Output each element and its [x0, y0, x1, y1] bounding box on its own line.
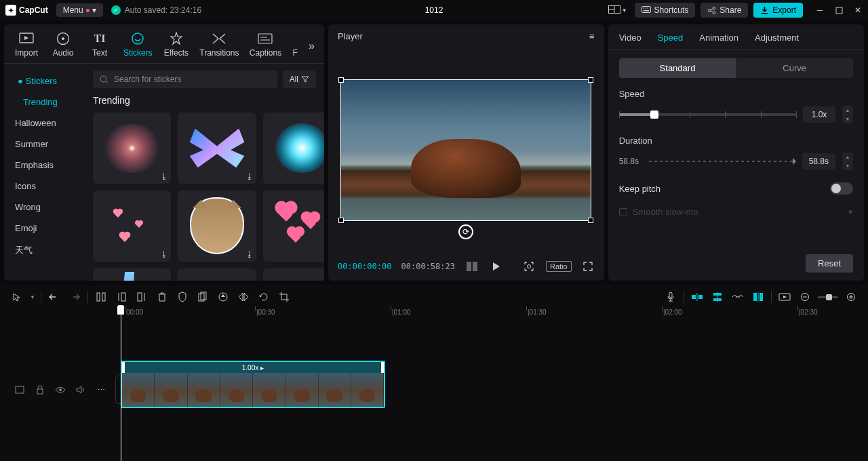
resize-handle-br[interactable]: [588, 218, 593, 223]
category-summer[interactable]: Summer: [4, 134, 89, 155]
speed-slider-thumb[interactable]: [650, 111, 658, 119]
resize-handle-tl[interactable]: [338, 77, 344, 83]
prop-tab-animation[interactable]: Animation: [699, 33, 738, 43]
snapshot-button[interactable]: [521, 259, 536, 274]
download-icon: ⭳: [245, 172, 254, 181]
link-button[interactable]: [730, 289, 745, 304]
layout-button[interactable]: ▼: [606, 3, 629, 17]
rotate-handle[interactable]: ⟳: [458, 224, 473, 239]
reset-button[interactable]: Reset: [806, 254, 853, 273]
timeline-ruler[interactable]: 00:00 |00:30 |01:00 |01:30 |02:00 |02:30: [121, 306, 863, 321]
tab-filters[interactable]: F: [288, 28, 302, 63]
undo-button[interactable]: [47, 289, 62, 304]
snap-track-button[interactable]: [710, 289, 725, 304]
menu-button[interactable]: Menu ▾: [56, 3, 103, 17]
subtab-curve[interactable]: Curve: [736, 58, 853, 78]
trim-right-button[interactable]: [134, 289, 149, 304]
track-visible-button[interactable]: [53, 382, 68, 397]
prop-tab-adjustment[interactable]: Adjustment: [755, 33, 799, 43]
subtab-standard[interactable]: Standard: [619, 58, 736, 78]
minimize-button[interactable]: ─: [815, 5, 825, 15]
mic-button[interactable]: [663, 289, 678, 304]
category-icons[interactable]: Icons: [4, 176, 89, 197]
track-lock-button[interactable]: [33, 382, 47, 397]
compare-button[interactable]: [465, 260, 479, 273]
crop-button[interactable]: [277, 289, 292, 304]
player-canvas[interactable]: ⟳: [340, 79, 591, 220]
category-wrong[interactable]: Wrong: [4, 197, 89, 218]
fullscreen-button[interactable]: [581, 260, 595, 273]
select-tool[interactable]: [9, 289, 24, 304]
category-stickers-root[interactable]: ● Stickers: [4, 71, 89, 92]
sticker-search-input[interactable]: Search for stickers: [93, 71, 277, 88]
split-button[interactable]: [94, 289, 108, 304]
sticker-butterfly[interactable]: ⭳: [178, 113, 256, 184]
close-button[interactable]: ✕: [853, 5, 863, 15]
sticker-firework[interactable]: ⭳: [93, 113, 171, 184]
category-emoji[interactable]: Emoji: [4, 218, 89, 239]
align-button[interactable]: [751, 289, 766, 304]
reverse-button[interactable]: [216, 289, 231, 304]
svg-point-10: [713, 12, 715, 14]
category-weather[interactable]: 天气: [4, 239, 89, 262]
speed-stepper[interactable]: ▲▼: [842, 106, 853, 123]
speed-slider[interactable]: [619, 113, 796, 116]
duration-stepper[interactable]: ▲▼: [842, 153, 853, 170]
category-trending[interactable]: Trending: [4, 92, 89, 113]
preview-track-button[interactable]: [777, 289, 792, 304]
sticker-cat[interactable]: ⭳: [178, 191, 256, 262]
tracks-area[interactable]: 1.00x▸: [121, 321, 863, 458]
trim-left-button[interactable]: [114, 289, 129, 304]
delete-button[interactable]: [155, 289, 170, 304]
tab-captions[interactable]: Captions: [245, 28, 285, 63]
share-button[interactable]: Share: [701, 3, 748, 18]
track-mute-button[interactable]: [73, 382, 88, 397]
tab-audio[interactable]: Audio: [46, 28, 80, 63]
shortcuts-button[interactable]: Shortcuts: [635, 3, 696, 18]
sticker-checkmark[interactable]: ✓: [263, 268, 324, 281]
prop-tab-speed[interactable]: Speed: [658, 33, 684, 43]
tab-transitions[interactable]: Transitions: [196, 28, 243, 63]
playhead[interactable]: [121, 306, 121, 461]
rotate-button[interactable]: [256, 289, 271, 304]
video-clip[interactable]: 1.00x▸: [121, 361, 385, 408]
svg-rect-23: [467, 262, 471, 271]
tab-text[interactable]: TIText: [83, 28, 117, 63]
player-menu-button[interactable]: ≡: [589, 31, 595, 41]
tab-import[interactable]: Import: [9, 28, 43, 63]
zoom-slider[interactable]: [818, 296, 838, 298]
resize-handle-bl[interactable]: [338, 218, 344, 223]
category-emphasis[interactable]: Emphasis: [4, 155, 89, 176]
audio-icon: [56, 31, 71, 46]
more-tabs-button[interactable]: »: [304, 36, 319, 56]
mirror-button[interactable]: [236, 289, 251, 304]
sticker-lightning[interactable]: [93, 268, 171, 281]
zoom-in-button[interactable]: [844, 289, 859, 304]
keep-pitch-toggle[interactable]: [830, 182, 853, 195]
redo-button[interactable]: [67, 289, 82, 304]
speed-value[interactable]: 1.0x: [803, 106, 835, 123]
ratio-button[interactable]: Ratio: [546, 261, 572, 272]
maximize-button[interactable]: [834, 5, 844, 15]
category-halloween[interactable]: Halloween: [4, 113, 89, 134]
copy-button[interactable]: [195, 289, 210, 304]
svg-line-11: [711, 8, 713, 9]
sticker-pink-hearts[interactable]: ⭳: [263, 191, 324, 262]
sticker-emoji-hearteyes[interactable]: [178, 268, 256, 281]
track-more-button[interactable]: ⋯: [94, 382, 108, 397]
sticker-floating-hearts[interactable]: ⭳: [93, 191, 171, 262]
duration-slider[interactable]: [649, 161, 795, 162]
zoom-out-button[interactable]: [797, 289, 812, 304]
resize-handle-tr[interactable]: [588, 77, 593, 83]
sticker-electric-orb[interactable]: ⭳: [263, 113, 324, 184]
export-button[interactable]: Export: [753, 3, 803, 18]
tab-effects[interactable]: Effects: [159, 28, 193, 63]
snap-main-button[interactable]: [690, 289, 705, 304]
mask-button[interactable]: [175, 289, 190, 304]
tab-stickers[interactable]: Stickers: [119, 28, 157, 63]
track-toggle-button[interactable]: [12, 382, 27, 397]
duration-value[interactable]: 58.8s: [802, 153, 835, 169]
prop-tab-video[interactable]: Video: [619, 33, 642, 43]
play-button[interactable]: [489, 260, 502, 273]
filter-button[interactable]: All: [283, 71, 316, 88]
